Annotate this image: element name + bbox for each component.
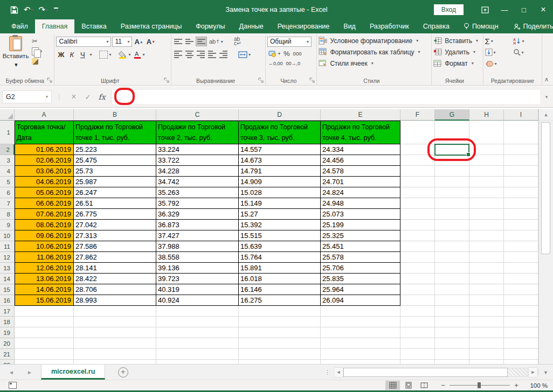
horizontal-scrollbar[interactable]: ⋮ ◄ ► ▼: [321, 365, 553, 380]
paste-button[interactable]: Вставить ▾: [3, 36, 29, 68]
cell-B4[interactable]: 25.73: [74, 166, 156, 177]
sheet-nav-prev-button[interactable]: ◄: [4, 365, 18, 380]
fill-color-dropdown[interactable]: ▾: [128, 52, 130, 57]
increase-decimal-button[interactable]: ←0,00: [267, 61, 284, 66]
cell-E10[interactable]: 25.325: [321, 230, 400, 241]
cell-C18[interactable]: [156, 317, 239, 327]
sort-filter-button[interactable]: АЯ ▾: [513, 36, 539, 46]
cell-C19[interactable]: [156, 327, 239, 338]
row-header-12[interactable]: 12: [0, 252, 15, 263]
cell-B19[interactable]: [74, 327, 156, 338]
cell-H4[interactable]: [469, 166, 504, 177]
cell-G16[interactable]: [435, 295, 469, 306]
column-header-C[interactable]: C: [156, 109, 239, 121]
cell-H1[interactable]: [469, 121, 504, 144]
horizontal-scroll-thumb[interactable]: [343, 368, 508, 377]
cell-E21[interactable]: [321, 349, 400, 360]
tab-share[interactable]: Поделиться: [507, 23, 553, 30]
cell-A22[interactable]: [15, 360, 74, 364]
cell-G5[interactable]: [435, 177, 469, 187]
cell-B5[interactable]: 25.987: [74, 177, 156, 187]
cell-G13[interactable]: [435, 263, 469, 274]
column-header-E[interactable]: E: [321, 109, 400, 121]
row-header-10[interactable]: 10: [0, 230, 15, 241]
zoom-slider-thumb[interactable]: [478, 382, 481, 388]
sign-in-button[interactable]: Вход: [434, 4, 464, 15]
scroll-up-button[interactable]: ▲: [539, 109, 553, 121]
cell-F5[interactable]: [400, 177, 435, 187]
cell-G6[interactable]: [435, 187, 469, 198]
align-left-button[interactable]: [173, 49, 183, 60]
tab-help[interactable]: Справка: [416, 19, 457, 33]
cell-B13[interactable]: 28.141: [74, 263, 156, 274]
cell-D20[interactable]: [239, 338, 321, 349]
cell-D7[interactable]: 15.149: [239, 198, 321, 209]
cell-C4[interactable]: 34.228: [156, 166, 239, 177]
tab-file[interactable]: Файл: [4, 19, 35, 33]
zoom-level[interactable]: 100 %: [523, 382, 548, 389]
scrollbar-resize-handle[interactable]: ⋮: [321, 369, 334, 376]
cell-B16[interactable]: 28.993: [74, 295, 156, 306]
sort-filter-dropdown[interactable]: ▾: [522, 39, 524, 44]
cell-C9[interactable]: 36.873: [156, 220, 239, 230]
cell-D16[interactable]: 16.275: [239, 295, 321, 306]
cell-C22[interactable]: [156, 360, 239, 364]
column-header-B[interactable]: B: [74, 109, 156, 121]
column-header-A[interactable]: A: [15, 109, 74, 121]
cell-G19[interactable]: [435, 327, 469, 338]
cell-B18[interactable]: [74, 317, 156, 327]
cell-A13[interactable]: 12.06.2019: [15, 263, 74, 274]
cell-G15[interactable]: [435, 284, 469, 295]
cell-F9[interactable]: [400, 220, 435, 230]
select-all-corner[interactable]: [0, 109, 15, 121]
cell-E17[interactable]: [321, 306, 400, 317]
cell-C2[interactable]: 33.224: [156, 144, 239, 155]
scroll-down-button[interactable]: ▼: [538, 369, 553, 375]
cell-C3[interactable]: 33.722: [156, 155, 239, 166]
cell-I14[interactable]: [504, 274, 538, 284]
cell-I9[interactable]: [504, 220, 538, 230]
cell-C5[interactable]: 34.742: [156, 177, 239, 187]
row-header-5[interactable]: 5: [0, 177, 15, 187]
cell-B12[interactable]: 27.862: [74, 252, 156, 263]
cell-H11[interactable]: [469, 241, 504, 252]
customize-quick-access-button[interactable]: ▾: [54, 8, 58, 12]
redo-dropdown[interactable]: ▾: [46, 8, 48, 12]
autosum-dropdown[interactable]: ▾: [491, 39, 493, 44]
find-dropdown[interactable]: ▾: [522, 50, 524, 55]
macro-record-icon[interactable]: [9, 382, 17, 389]
cell-F15[interactable]: [400, 284, 435, 295]
cell-H22[interactable]: [469, 360, 504, 364]
cell-A16[interactable]: 15.06.2019: [15, 295, 74, 306]
merge-center-button[interactable]: ▾: [237, 51, 252, 59]
cell-I7[interactable]: [504, 198, 538, 209]
cell-E16[interactable]: 26.094: [321, 295, 400, 306]
cell-C20[interactable]: [156, 338, 239, 349]
cell-I22[interactable]: [504, 360, 538, 364]
cell-G14[interactable]: [435, 274, 469, 284]
cell-D6[interactable]: 15.028: [239, 187, 321, 198]
cell-D19[interactable]: [239, 327, 321, 338]
cell-G7[interactable]: [435, 198, 469, 209]
cell-F10[interactable]: [400, 230, 435, 241]
sheet-tab-microexcel[interactable]: microexcel.ru: [41, 365, 105, 380]
cell-I12[interactable]: [504, 252, 538, 263]
cell-I4[interactable]: [504, 166, 538, 177]
cell-F21[interactable]: [400, 349, 435, 360]
cell-I13[interactable]: [504, 263, 538, 274]
cell-A10[interactable]: 09.06.2019: [15, 230, 74, 241]
autosum-button[interactable]: Σ▾: [485, 36, 513, 46]
paste-dropdown[interactable]: ▾: [15, 61, 18, 68]
cell-H15[interactable]: [469, 284, 504, 295]
row-header-21[interactable]: 21: [0, 349, 15, 360]
cell-A17[interactable]: [15, 306, 74, 317]
cell-D3[interactable]: 14.673: [239, 155, 321, 166]
cell-I17[interactable]: [504, 306, 538, 317]
cell-D1[interactable]: Продажи по Торговой точке 3, тыс. руб.: [239, 121, 321, 144]
cell-D10[interactable]: 15.515: [239, 230, 321, 241]
cell-H7[interactable]: [469, 198, 504, 209]
cell-E15[interactable]: 25.964: [321, 284, 400, 295]
cell-A21[interactable]: [15, 349, 74, 360]
row-header-17[interactable]: 17: [0, 306, 15, 317]
font-dialog-launcher[interactable]: [164, 78, 170, 83]
